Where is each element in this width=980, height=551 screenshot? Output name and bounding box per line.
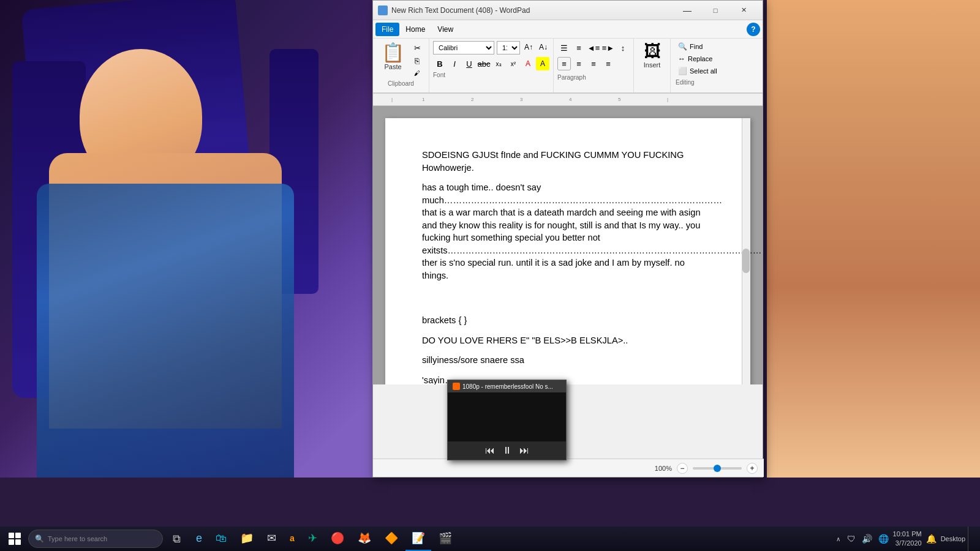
scrollbar-thumb[interactable] (742, 249, 750, 273)
window-title: New Rich Text Document (408) - WordPad (391, 6, 673, 15)
edge-icon: e (196, 532, 202, 545)
taskbar-vlc-app[interactable]: 🔶 (379, 527, 404, 551)
strikethrough-button[interactable]: abc (477, 57, 491, 70)
clipboard-section: 📋 Paste ✂ ⎘ 🖌 Clipboard (373, 39, 429, 92)
document-scrollbar[interactable] (742, 118, 750, 384)
editing-section: 🔍 Find ↔ Replace ⬜ Select all Editing (671, 39, 725, 92)
antivirus-tray-icon: 🛡 (845, 534, 858, 544)
maximize-button[interactable]: □ (701, 1, 729, 20)
editing-label: Editing (676, 79, 720, 86)
paste-label: Paste (384, 63, 401, 70)
replace-icon: ↔ (678, 54, 685, 63)
doc-line-3: brackets { } (422, 314, 714, 327)
decrease-indent-button[interactable]: ◄≡ (587, 41, 600, 54)
system-clock[interactable]: 10:01 PM 3/7/2020 (893, 530, 922, 549)
menu-view[interactable]: View (431, 23, 459, 36)
cut-button[interactable]: ✂ (410, 42, 424, 54)
paste-button[interactable]: 📋 Paste (378, 42, 408, 79)
align-center-button[interactable]: ≡ (572, 57, 586, 70)
line-spacing-button[interactable]: ↕ (616, 41, 630, 54)
store-icon: 🛍 (216, 532, 227, 545)
paste-icon: 📋 (382, 43, 404, 62)
insert-picture-button[interactable]: 🖼 (644, 41, 661, 61)
align-left-button[interactable]: ≡ (557, 57, 571, 70)
document-area[interactable]: SDOEISNG GJUSt fInde and FUCKING CUMMM Y… (373, 106, 763, 384)
select-all-button[interactable]: ⬜ Select all (676, 66, 720, 77)
clock-time: 10:01 PM (893, 530, 922, 539)
zoom-slider-thumb[interactable] (714, 465, 721, 472)
clock-date: 3/7/2020 (893, 539, 922, 548)
media-title-bar: 1080p - rememberlessfool No s... (448, 380, 566, 392)
menu-home[interactable]: Home (399, 23, 431, 36)
taskbar-firefox-app[interactable]: 🦊 (352, 527, 377, 551)
zoom-out-button[interactable]: − (677, 463, 688, 474)
taskbar-explorer-app[interactable]: 📁 (234, 527, 260, 551)
anime-dress (37, 184, 294, 478)
ruler: | 1 2 3 4 5 | (373, 94, 763, 106)
shrink-font-button[interactable]: A↓ (537, 41, 549, 53)
grow-font-button[interactable]: A↑ (522, 41, 535, 53)
doc-line-4: DO YOU LOVE RHERS E" "B ELS>>B ELSKJLA>.… (422, 334, 714, 347)
replace-button[interactable]: ↔ Replace (676, 53, 720, 64)
taskbar: 🔍 Type here to search ⧉ e 🛍 📁 ✉ a ✈ 🔴 � (0, 527, 980, 551)
subscript-button[interactable]: x₂ (492, 57, 505, 70)
volume-icon[interactable]: 🔊 (860, 534, 874, 544)
replace-label: Replace (688, 55, 712, 62)
help-button[interactable]: ? (747, 23, 760, 36)
taskbar-daemon-app[interactable]: 🔴 (325, 527, 350, 551)
align-right-button[interactable]: ≡ (587, 57, 600, 70)
bullets-button[interactable]: ☰ (557, 41, 571, 54)
app2-icon: 🎬 (439, 531, 452, 545)
firefox-icon: 🦊 (358, 531, 371, 545)
close-button[interactable]: ✕ (729, 1, 758, 20)
font-section: Calibri 11 A↑ A↓ B I U abc x₂ x² A A (429, 39, 554, 92)
taskbar-app2[interactable]: 🎬 (432, 527, 458, 551)
insert-label: Insert (644, 61, 661, 69)
taskbar-wordpad-app[interactable]: 📝 (405, 527, 431, 551)
zoom-in-button[interactable]: + (747, 463, 758, 474)
task-view-icon: ⧉ (173, 533, 181, 545)
minimize-button[interactable]: — (673, 1, 701, 20)
underline-button[interactable]: U (462, 57, 476, 70)
tripadvisor-icon: ✈ (308, 531, 317, 545)
taskbar-mail-app[interactable]: ✉ (261, 527, 282, 551)
taskbar-tripadvisor-app[interactable]: ✈ (302, 527, 323, 551)
justify-button[interactable]: ≡ (601, 57, 615, 70)
show-desktop-button[interactable] (968, 527, 973, 551)
desktop-label[interactable]: Desktop (941, 535, 965, 542)
media-video-area[interactable] (448, 392, 566, 441)
zoom-slider[interactable] (693, 467, 742, 470)
menu-file[interactable]: File (375, 23, 399, 36)
taskbar-store-app[interactable]: 🛍 (209, 527, 233, 551)
font-size-select[interactable]: 11 (497, 41, 520, 54)
format-painter-button[interactable]: 🖌 (410, 67, 424, 79)
notifications-icon[interactable]: 🔔 (924, 534, 938, 544)
picture-icon: 🖼 (644, 42, 661, 61)
media-next-button[interactable]: ⏭ (519, 445, 529, 456)
doc-line-5: sillyiness/sore snaere ssa (422, 354, 714, 367)
media-play-pause-button[interactable]: ⏸ (502, 445, 512, 456)
superscript-button[interactable]: x² (507, 57, 520, 70)
find-button[interactable]: 🔍 Find (676, 41, 720, 52)
text-color-button[interactable]: A (521, 57, 535, 70)
right-background (767, 0, 980, 478)
taskbar-search[interactable]: 🔍 Type here to search (28, 530, 163, 548)
bold-button[interactable]: B (433, 57, 447, 70)
start-button[interactable] (2, 527, 27, 551)
font-name-select[interactable]: Calibri (433, 41, 494, 54)
numbering-button[interactable]: ≡ (572, 41, 586, 54)
tray-overflow-button[interactable]: ∧ (834, 536, 843, 542)
taskbar-amazon-app[interactable]: a (284, 527, 301, 551)
italic-button[interactable]: I (448, 57, 461, 70)
network-icon[interactable]: 🌐 (876, 534, 891, 544)
media-prev-button[interactable]: ⏮ (485, 445, 495, 456)
task-view-button[interactable]: ⧉ (164, 527, 189, 551)
media-player-popup: 1080p - rememberlessfool No s... ⏮ ⏸ ⏭ (447, 380, 567, 460)
insert-section: 🖼 Insert (634, 39, 671, 92)
increase-indent-button[interactable]: ≡► (601, 41, 615, 54)
menu-bar: File Home View ? (373, 20, 763, 39)
highlight-button[interactable]: A (536, 57, 549, 70)
document-page: SDOEISNG GJUSt fInde and FUCKING CUMMM Y… (385, 118, 750, 384)
taskbar-edge-app[interactable]: e (190, 527, 208, 551)
copy-button[interactable]: ⎘ (410, 55, 424, 67)
